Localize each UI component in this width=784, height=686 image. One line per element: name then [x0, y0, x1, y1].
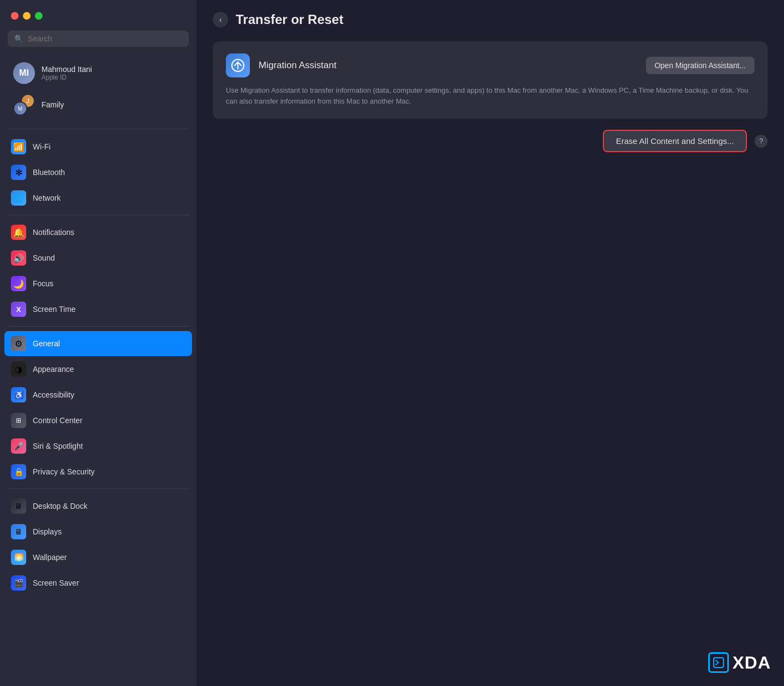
xda-watermark: XDA [708, 652, 771, 673]
xda-text: XDA [732, 653, 771, 673]
notifications-icon: 🔔 [11, 225, 26, 240]
family-item[interactable]: J M Family [8, 89, 189, 120]
sidebar-item-label: General [33, 339, 60, 348]
wallpaper-icon: 🌅 [11, 550, 26, 565]
avatar: MI [13, 62, 35, 84]
migration-description: Use Migration Assistant to transfer info… [226, 77, 755, 107]
close-button[interactable] [11, 12, 19, 20]
sidebar-item-label: Focus [33, 279, 53, 288]
erase-row: Erase All Content and Settings... ? [213, 130, 768, 152]
sound-icon: 🔊 [11, 250, 26, 266]
sidebar-item-screensaver[interactable]: 🎬 Screen Saver [4, 570, 192, 595]
sidebar-item-label: Sound [33, 254, 55, 262]
appearance-icon: ◑ [11, 362, 26, 377]
user-subtitle: Apple ID [41, 74, 92, 81]
search-bar[interactable]: 🔍 [8, 31, 189, 47]
sidebar-item-screentime[interactable]: X Screen Time [4, 297, 192, 322]
user-profile-item[interactable]: MI Mahmoud Itani Apple ID [8, 58, 189, 88]
family-info: Family [41, 100, 64, 109]
sidebar-item-privacy[interactable]: 🔒 Privacy & Security [4, 459, 192, 484]
sidebar-item-controlcenter[interactable]: ⊞ Control Center [4, 408, 192, 433]
sidebar-items-list: 📶 Wi-Fi ✻ Bluetooth 🌐 Network 🔔 Notifica… [0, 131, 196, 686]
privacy-icon: 🔒 [11, 464, 26, 479]
user-name: Mahmoud Itani [41, 65, 92, 74]
focus-icon: 🌙 [11, 276, 26, 291]
back-button[interactable]: ‹ [213, 12, 228, 27]
family-avatars: J M [13, 94, 35, 116]
accessibility-icon: ♿ [11, 387, 26, 402]
sidebar-item-label: Desktop & Dock [33, 502, 87, 510]
sidebar-item-wallpaper[interactable]: 🌅 Wallpaper [4, 545, 192, 570]
help-button[interactable]: ? [755, 135, 768, 148]
desktopdock-icon: 🖥 [11, 498, 26, 514]
sidebar-item-label: Notifications [33, 228, 74, 237]
sidebar-item-appearance[interactable]: ◑ Appearance [4, 357, 192, 382]
bluetooth-icon: ✻ [11, 165, 26, 180]
search-input[interactable] [28, 34, 182, 43]
sidebar-divider-2 [7, 215, 190, 215]
sidebar-item-accessibility[interactable]: ♿ Accessibility [4, 382, 192, 407]
minimize-button[interactable] [23, 12, 31, 20]
sidebar-divider-3 [7, 326, 190, 327]
maximize-button[interactable] [35, 12, 43, 20]
migration-left: Migration Assistant [226, 53, 337, 77]
sidebar-item-bluetooth[interactable]: ✻ Bluetooth [4, 160, 192, 185]
topbar: ‹ Transfer or Reset [196, 0, 784, 36]
sidebar-item-label: Privacy & Security [33, 467, 95, 476]
sidebar-item-label: Screen Time [33, 305, 76, 314]
sidebar-item-label: Wallpaper [33, 553, 67, 562]
open-migration-assistant-button[interactable]: Open Migration Assistant... [646, 57, 755, 74]
sidebar-item-sound[interactable]: 🔊 Sound [4, 245, 192, 270]
wifi-icon: 📶 [11, 139, 26, 154]
xda-icon [708, 652, 729, 673]
migration-assistant-icon [226, 53, 250, 77]
migration-card: Migration Assistant Open Migration Assis… [213, 41, 768, 119]
screensaver-icon: 🎬 [11, 575, 26, 591]
user-section: MI Mahmoud Itani Apple ID J M Family [0, 56, 196, 127]
controlcenter-icon: ⊞ [11, 413, 26, 428]
back-icon: ‹ [219, 15, 222, 24]
sidebar-item-label: Bluetooth [33, 168, 65, 177]
sidebar: 🔍 MI Mahmoud Itani Apple ID J M Family 📶… [0, 0, 196, 686]
sidebar-item-wifi[interactable]: 📶 Wi-Fi [4, 134, 192, 159]
user-info: Mahmoud Itani Apple ID [41, 65, 92, 81]
screentime-icon: X [11, 302, 26, 317]
displays-icon: 🖥 [11, 524, 26, 539]
siri-icon: 🎤 [11, 438, 26, 454]
sidebar-item-label: Siri & Spotlight [33, 442, 83, 450]
sidebar-divider-4 [7, 489, 190, 489]
network-icon: 🌐 [11, 190, 26, 206]
family-label: Family [41, 100, 64, 109]
sidebar-item-label: Accessibility [33, 390, 74, 399]
migration-assistant-name: Migration Assistant [259, 60, 337, 71]
sidebar-item-label: Appearance [33, 365, 74, 374]
sidebar-item-general[interactable]: ⚙ General [4, 331, 192, 356]
search-icon: 🔍 [14, 34, 23, 43]
main-content: ‹ Transfer or Reset Migration Assistant [196, 0, 784, 686]
sidebar-item-focus[interactable]: 🌙 Focus [4, 271, 192, 296]
content-area: Migration Assistant Open Migration Assis… [196, 36, 784, 686]
sidebar-item-siri[interactable]: 🎤 Siri & Spotlight [4, 434, 192, 459]
general-icon: ⚙ [11, 336, 26, 351]
page-title: Transfer or Reset [236, 12, 343, 27]
sidebar-item-label: Wi-Fi [33, 142, 51, 151]
sidebar-item-displays[interactable]: 🖥 Displays [4, 519, 192, 544]
sidebar-divider [8, 129, 189, 129]
sidebar-item-label: Network [33, 194, 61, 202]
sidebar-item-desktopdock[interactable]: 🖥 Desktop & Dock [4, 494, 192, 519]
sidebar-item-label: Displays [33, 527, 62, 536]
sidebar-item-label: Control Center [33, 416, 82, 425]
migration-top-row: Migration Assistant Open Migration Assis… [226, 53, 755, 77]
erase-all-content-button[interactable]: Erase All Content and Settings... [603, 130, 747, 152]
sidebar-item-label: Screen Saver [33, 579, 79, 587]
sidebar-item-network[interactable]: 🌐 Network [4, 185, 192, 210]
traffic-lights [0, 0, 196, 28]
sidebar-item-notifications[interactable]: 🔔 Notifications [4, 220, 192, 245]
